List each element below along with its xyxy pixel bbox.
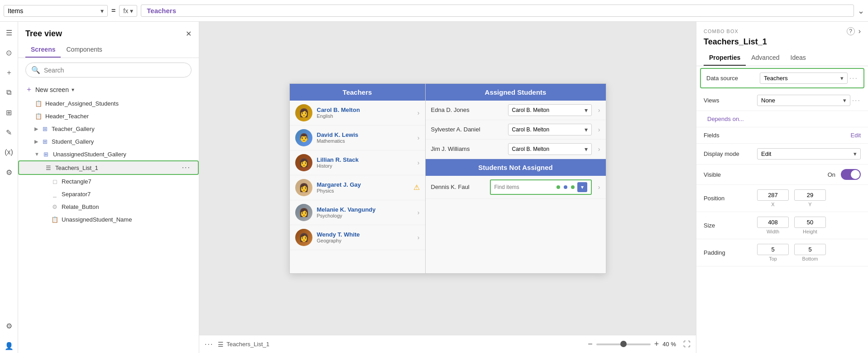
layers-icon[interactable]: ⧉: [2, 85, 16, 100]
items-label: Items: [8, 7, 23, 15]
zoom-slider[interactable]: [596, 343, 651, 345]
teacher-item-wendy[interactable]: 👩 Wendy T. White Geography ›: [290, 225, 425, 250]
position-y-input[interactable]: [794, 189, 826, 201]
data-source-value: Teachers ▾ ···: [760, 73, 858, 84]
visible-label: Visible: [704, 171, 753, 178]
position-x-input[interactable]: [757, 189, 789, 201]
teachers-column: Teachers 👩 Carol B. Melton English › 👨 D…: [290, 84, 426, 273]
tree-item-label: Header_Assigned_Students: [45, 100, 192, 107]
tree-item-unassigned-name[interactable]: 📋 UnassignedStudent_Name: [18, 213, 199, 226]
padding-bottom-input[interactable]: [794, 244, 826, 255]
fx-label: fx: [123, 7, 128, 15]
tab-components[interactable]: Components: [61, 42, 107, 58]
student-name: Edna D. Jones: [431, 106, 504, 113]
dropdown-chevron-icon: ▾: [854, 150, 857, 157]
gallery-icon: ⊞: [41, 137, 49, 145]
teachers-header: Teachers: [290, 84, 425, 101]
fullscreen-icon[interactable]: ⛶: [683, 340, 691, 348]
hamburger-icon[interactable]: ☰: [2, 25, 16, 40]
combo-edna[interactable]: Carol B. Melton ▾: [508, 104, 592, 116]
tree-item-header-teacher[interactable]: 📋 Header_Teacher: [18, 110, 199, 122]
person-icon[interactable]: 👤: [2, 338, 16, 353]
depends-on-link[interactable]: Depends on...: [707, 116, 744, 122]
props-row-depends-on: Depends on...: [696, 111, 868, 127]
tree-item-label: Student_Gallery: [52, 138, 192, 145]
props-top: COMBO BOX ? ›: [696, 22, 868, 37]
tree-close-button[interactable]: ✕: [186, 29, 192, 38]
teacher-name: David K. Lewis: [317, 131, 413, 138]
tree-item-teacher-gallery[interactable]: ▶ ⊞ Teacher_Gallery: [18, 122, 199, 135]
tab-advanced[interactable]: Advanced: [746, 50, 785, 66]
teacher-item-david[interactable]: 👨 David K. Lewis Mathematics ›: [290, 126, 425, 150]
dropdown-chevron-icon: ▾: [840, 75, 844, 82]
home-icon[interactable]: ⊙: [2, 45, 16, 60]
tab-screens[interactable]: Screens: [25, 42, 61, 58]
zoom-slider-thumb[interactable]: [620, 341, 627, 347]
tree-item-relate-button[interactable]: ⚙ Relate_Button: [18, 200, 199, 213]
canvas-bottom: ··· ☰ Teachers_List_1 − + 40 % ⛶: [199, 335, 696, 353]
items-dropdown[interactable]: Items ▾: [4, 5, 108, 17]
padding-top-input[interactable]: [757, 244, 789, 255]
size-height-input[interactable]: [794, 217, 826, 228]
tree-item-label: Rectangle7: [62, 178, 192, 185]
gear-icon[interactable]: ⚙: [2, 319, 16, 333]
tab-properties[interactable]: Properties: [704, 50, 746, 66]
teacher-item-carol[interactable]: 👩 Carol B. Melton English ›: [290, 101, 425, 126]
zoom-plus-button[interactable]: +: [654, 339, 659, 349]
combo-dropdown-button[interactable]: ▾: [577, 182, 587, 192]
collapse-panel-icon[interactable]: ›: [858, 27, 861, 35]
formula-bar[interactable]: Teachers: [141, 5, 854, 17]
tree-item-separator7[interactable]: ⎯ Separator7: [18, 188, 199, 200]
teacher-item-lillian[interactable]: 👩 Lillian R. Stack History ›: [290, 150, 425, 175]
tree-item-unassigned-gallery[interactable]: ▼ ⊞ UnassignedStudent_Gallery: [18, 148, 199, 160]
tree-item-teachers-list[interactable]: ☰ Teachers_List_1 ···: [18, 160, 199, 175]
teacher-item-margaret[interactable]: 👩 Margaret J. Gay Physics ⚠: [290, 175, 425, 200]
combo-sylvester[interactable]: Carol B. Melton ▾: [508, 124, 592, 135]
tree-item-header-assigned[interactable]: 📋 Header_Assigned_Students: [18, 97, 199, 110]
tree-item-student-gallery[interactable]: ▶ ⊞ Student_Gallery: [18, 135, 199, 148]
plus-icon[interactable]: ＋: [2, 65, 16, 80]
tree-item-rectangle7[interactable]: ◻ Rectangle7: [18, 175, 199, 188]
tab-ideas[interactable]: Ideas: [785, 50, 811, 66]
help-button[interactable]: ?: [847, 27, 855, 35]
variable-icon[interactable]: (x): [2, 145, 16, 160]
student-name: Sylvester A. Daniel: [431, 126, 504, 133]
combo-dennis-selected[interactable]: Find items ▾: [490, 179, 592, 195]
props-row-data-source: Data source Teachers ▾ ···: [700, 68, 864, 88]
visible-value: On: [757, 169, 861, 180]
props-row-visible: Visible On: [696, 164, 868, 185]
combo-text: Carol B. Melton: [512, 146, 583, 152]
data-source-text: Teachers: [764, 75, 839, 82]
display-mode-dropdown[interactable]: Edit ▾: [757, 148, 861, 160]
size-width-input[interactable]: [757, 217, 789, 228]
combo-jim[interactable]: Carol B. Melton ▾: [508, 143, 592, 155]
data-source-dropdown[interactable]: Teachers ▾: [760, 73, 848, 84]
plus-new-icon: ＋: [25, 85, 33, 94]
settings-icon[interactable]: ⚙: [2, 165, 16, 179]
three-dots-icon[interactable]: ···: [205, 340, 213, 348]
app-preview: Teachers 👩 Carol B. Melton English › 👨 D…: [289, 83, 606, 274]
zoom-percentage: 40 %: [662, 341, 676, 348]
teacher-item-melanie[interactable]: 👩 Melanie K. Vangundy Psychology ›: [290, 200, 425, 225]
teacher-name: Margaret J. Gay: [317, 181, 409, 188]
collapse-icon[interactable]: ⌄: [858, 6, 864, 16]
tree-panel: Tree view ✕ Screens Components 🔍 ＋ New s…: [18, 22, 199, 353]
teacher-name: Carol B. Melton: [317, 106, 413, 113]
fx-button[interactable]: fx ▾: [119, 5, 137, 17]
more-options-icon[interactable]: ···: [182, 164, 191, 172]
new-screen-button[interactable]: ＋ New screen ▾: [18, 82, 199, 97]
visible-toggle[interactable]: [841, 169, 861, 180]
fields-edit-button[interactable]: Edit: [851, 132, 861, 139]
pencil-icon[interactable]: ✎: [2, 125, 16, 140]
data-source-more-icon[interactable]: ···: [849, 74, 858, 82]
chart-icon[interactable]: ⊞: [2, 105, 16, 120]
views-dropdown[interactable]: None ▾: [757, 95, 850, 106]
teacher-subject: History: [317, 163, 413, 169]
avatar-margaret: 👩: [295, 179, 312, 196]
search-input[interactable]: [44, 67, 186, 74]
chevron-right-icon: ▶: [34, 139, 38, 145]
tree-search-container: 🔍: [25, 63, 192, 77]
views-more-icon[interactable]: ···: [852, 97, 861, 105]
zoom-minus-button[interactable]: −: [588, 339, 593, 349]
fx-chevron-icon: ▾: [130, 7, 133, 15]
